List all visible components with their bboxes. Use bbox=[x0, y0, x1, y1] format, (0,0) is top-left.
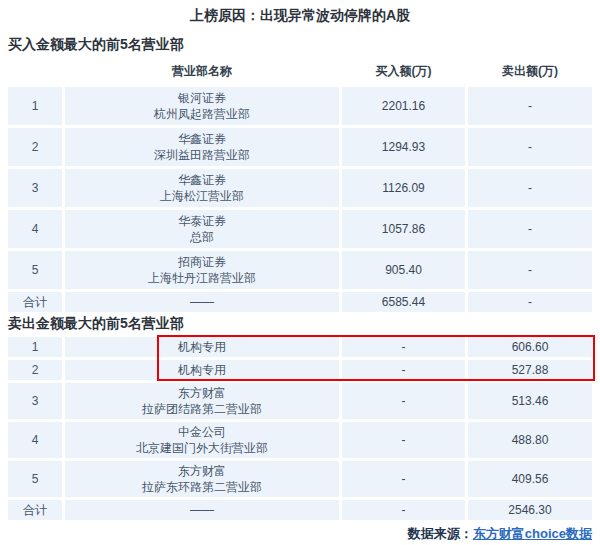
rank-cell: 2 bbox=[8, 128, 62, 166]
total-row: 合计 —— 6585.44 - bbox=[8, 292, 592, 312]
broker-name: 银河证券 bbox=[178, 90, 226, 106]
total-name-dash: —— bbox=[65, 292, 339, 312]
total-label: 合计 bbox=[8, 292, 62, 312]
branch-name: 总部 bbox=[190, 229, 214, 245]
sell-amount-cell: - bbox=[468, 251, 592, 289]
rank-cell: 4 bbox=[8, 422, 62, 458]
sell-amount-cell: 606.60 bbox=[468, 337, 592, 357]
branch-name: 拉萨团结路第二营业部 bbox=[142, 401, 262, 417]
total-sell-amount: - bbox=[468, 292, 592, 312]
branch-name: 深圳益田路营业部 bbox=[154, 147, 250, 163]
sell-table: 1 机构专用 - 606.60 2 机构专用 - 527.88 3 东方财富 拉… bbox=[8, 337, 592, 520]
total-buy-amount: 6585.44 bbox=[342, 292, 465, 312]
buy-amount-cell: 1126.09 bbox=[342, 169, 465, 207]
broker-name: 中金公司 bbox=[178, 424, 226, 440]
buy-amount-cell: - bbox=[342, 422, 465, 458]
sell-amount-cell: - bbox=[468, 210, 592, 248]
page-title: 上榜原因：出现异常波动停牌的A股 bbox=[0, 0, 600, 23]
buy-amount-cell: 1294.93 bbox=[342, 128, 465, 166]
name-cell: 华鑫证券 深圳益田路营业部 bbox=[65, 128, 339, 166]
sell-amount-cell: - bbox=[468, 169, 592, 207]
rank-cell: 3 bbox=[8, 169, 62, 207]
buy-amount-cell: 2201.16 bbox=[342, 87, 465, 125]
sell-column-header: 卖出额(万) bbox=[468, 63, 592, 80]
rank-cell: 1 bbox=[8, 87, 62, 125]
broker-name: 机构专用 bbox=[178, 339, 226, 355]
sell-amount-cell: 513.46 bbox=[468, 383, 592, 419]
total-name-dash: —— bbox=[65, 500, 339, 520]
buy-amount-cell: 1057.86 bbox=[342, 210, 465, 248]
branch-name: 杭州凤起路营业部 bbox=[154, 106, 250, 122]
table-row: 1 银河证券 杭州凤起路营业部 2201.16 - bbox=[8, 87, 592, 125]
table-row: 2 机构专用 - 527.88 bbox=[8, 360, 592, 380]
rank-cell: 1 bbox=[8, 337, 62, 357]
sell-amount-cell: 527.88 bbox=[468, 360, 592, 380]
buy-table-header-row: 营业部名称 买入额(万) 卖出额(万) bbox=[8, 58, 592, 84]
table-row: 2 华鑫证券 深圳益田路营业部 1294.93 - bbox=[8, 128, 592, 166]
buy-amount-cell: - bbox=[342, 337, 465, 357]
broker-name: 华鑫证券 bbox=[178, 131, 226, 147]
table-row: 3 华鑫证券 上海松江营业部 1126.09 - bbox=[8, 169, 592, 207]
sell-amount-cell: 488.80 bbox=[468, 422, 592, 458]
name-cell: 银河证券 杭州凤起路营业部 bbox=[65, 87, 339, 125]
table-row: 4 华泰证券 总部 1057.86 - bbox=[8, 210, 592, 248]
broker-name: 华泰证券 bbox=[178, 213, 226, 229]
name-cell: 华鑫证券 上海松江营业部 bbox=[65, 169, 339, 207]
name-cell: 中金公司 北京建国门外大街营业部 bbox=[65, 422, 339, 458]
branch-name: 北京建国门外大街营业部 bbox=[136, 440, 268, 456]
sell-amount-cell: - bbox=[468, 128, 592, 166]
broker-name: 东方财富 bbox=[178, 463, 226, 479]
buy-table: 营业部名称 买入额(万) 卖出额(万) 1 银河证券 杭州凤起路营业部 2201… bbox=[8, 58, 592, 312]
sell-amount-cell: - bbox=[468, 87, 592, 125]
branch-name: 上海松江营业部 bbox=[160, 188, 244, 204]
branch-name: 拉萨东环路第二营业部 bbox=[142, 479, 262, 495]
table-row: 4 中金公司 北京建国门外大街营业部 - 488.80 bbox=[8, 422, 592, 458]
total-row: 合计 —— - 2546.30 bbox=[8, 500, 592, 520]
table-row: 1 机构专用 - 606.60 bbox=[8, 337, 592, 357]
buy-amount-cell: - bbox=[342, 383, 465, 419]
total-sell-amount: 2546.30 bbox=[468, 500, 592, 520]
total-buy-amount: - bbox=[342, 500, 465, 520]
branch-name: 上海牡丹江路营业部 bbox=[148, 270, 256, 286]
rank-cell: 5 bbox=[8, 251, 62, 289]
name-cell: 华泰证券 总部 bbox=[65, 210, 339, 248]
rank-cell: 2 bbox=[8, 360, 62, 380]
buy-section-title: 买入金额最大的前5名营业部 bbox=[8, 36, 592, 52]
name-cell: 机构专用 bbox=[65, 337, 339, 357]
broker-name: 东方财富 bbox=[178, 385, 226, 401]
name-column-header: 营业部名称 bbox=[65, 63, 339, 80]
buy-column-header: 买入额(万) bbox=[342, 63, 465, 80]
name-cell: 东方财富 拉萨东环路第二营业部 bbox=[65, 461, 339, 497]
total-label: 合计 bbox=[8, 500, 62, 520]
data-source-label: 数据来源： bbox=[408, 526, 473, 541]
rank-cell: 5 bbox=[8, 461, 62, 497]
sell-section-title: 卖出金额最大的前5名营业部 bbox=[8, 315, 592, 331]
sell-table-body: 1 机构专用 - 606.60 2 机构专用 - 527.88 3 东方财富 拉… bbox=[8, 337, 592, 520]
broker-name: 华鑫证券 bbox=[178, 172, 226, 188]
sell-amount-cell: 409.56 bbox=[468, 461, 592, 497]
table-row: 5 招商证券 上海牡丹江路营业部 905.40 - bbox=[8, 251, 592, 289]
data-source-footer: 数据来源：东方财富choice数据 bbox=[0, 525, 600, 543]
broker-name: 招商证券 bbox=[178, 254, 226, 270]
table-row: 3 东方财富 拉萨团结路第二营业部 - 513.46 bbox=[8, 383, 592, 419]
name-cell: 招商证券 上海牡丹江路营业部 bbox=[65, 251, 339, 289]
name-cell: 东方财富 拉萨团结路第二营业部 bbox=[65, 383, 339, 419]
buy-amount-cell: 905.40 bbox=[342, 251, 465, 289]
data-source-link[interactable]: 东方财富choice数据 bbox=[473, 526, 592, 541]
buy-amount-cell: - bbox=[342, 360, 465, 380]
rank-cell: 3 bbox=[8, 383, 62, 419]
rank-cell: 4 bbox=[8, 210, 62, 248]
table-row: 5 东方财富 拉萨东环路第二营业部 - 409.56 bbox=[8, 461, 592, 497]
buy-amount-cell: - bbox=[342, 461, 465, 497]
name-cell: 机构专用 bbox=[65, 360, 339, 380]
buy-table-body: 1 银河证券 杭州凤起路营业部 2201.16 - 2 华鑫证券 深圳益田路营业… bbox=[8, 87, 592, 312]
broker-name: 机构专用 bbox=[178, 362, 226, 378]
